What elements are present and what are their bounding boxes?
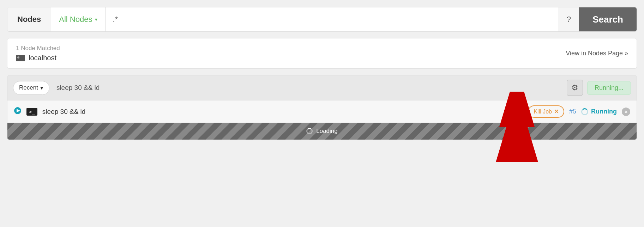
chevron-down-icon: ▾ [95,17,97,22]
running-button[interactable]: Running... [587,81,631,95]
search-button-label: Search [592,14,623,25]
kill-job-button[interactable]: Kill Job ✕ [528,105,564,118]
recent-label: Recent [19,84,38,91]
chevron-down-icon: ▾ [40,84,43,92]
command-input[interactable] [54,82,562,94]
close-job-button[interactable]: × [622,108,630,116]
question-mark-icon: ? [567,15,571,24]
nodes-panel: 1 Node Matched localhost View in Nodes P… [7,38,637,69]
nodes-label-text: Nodes [17,15,41,24]
nodes-matched-text: 1 Node Matched [16,45,60,52]
server-icon [16,55,25,61]
running-status-text: Running [591,108,617,115]
job-running-status: Running [581,108,617,115]
help-button[interactable]: ? [558,7,579,31]
view-nodes-link[interactable]: View in Nodes Page » [566,50,628,57]
kill-x-icon: ✕ [554,108,559,115]
gear-icon: ⚙ [571,83,578,92]
kill-job-label: Kill Job [534,109,552,115]
gear-button[interactable]: ⚙ [567,80,583,96]
running-label: Running... [595,84,624,91]
nodes-label: Nodes [7,7,51,31]
view-nodes-link-text: View in Nodes Page » [566,50,628,57]
all-nodes-dropdown[interactable]: All Nodes ▾ [51,7,106,31]
dropdown-label: All Nodes [59,15,92,24]
play-icon[interactable] [14,107,22,117]
command-section: Recent ▾ ⚙ Running... >_ sleep 30 && id [7,75,637,140]
nodes-hostname-row: localhost [16,54,60,62]
search-button[interactable]: Search [579,7,637,31]
loading-spinner-icon [306,128,313,134]
loading-bar: Loading [7,123,637,140]
hostname-text: localhost [29,54,56,62]
job-row: >_ sleep 30 && id Kill Job ✕ #5 Running … [7,100,637,123]
nodes-info: 1 Node Matched localhost [16,45,60,62]
terminal-icon: >_ [26,108,37,116]
job-number-link[interactable]: #5 [569,108,576,115]
command-toolbar: Recent ▾ ⚙ Running... [7,75,637,100]
spinner-icon [581,108,588,115]
job-command-text: sleep 30 && id [42,108,523,116]
search-input[interactable] [106,7,558,31]
recent-dropdown[interactable]: Recent ▾ [13,81,49,95]
loading-text: Loading [316,128,338,135]
search-bar: Nodes All Nodes ▾ ? Search [7,7,637,32]
